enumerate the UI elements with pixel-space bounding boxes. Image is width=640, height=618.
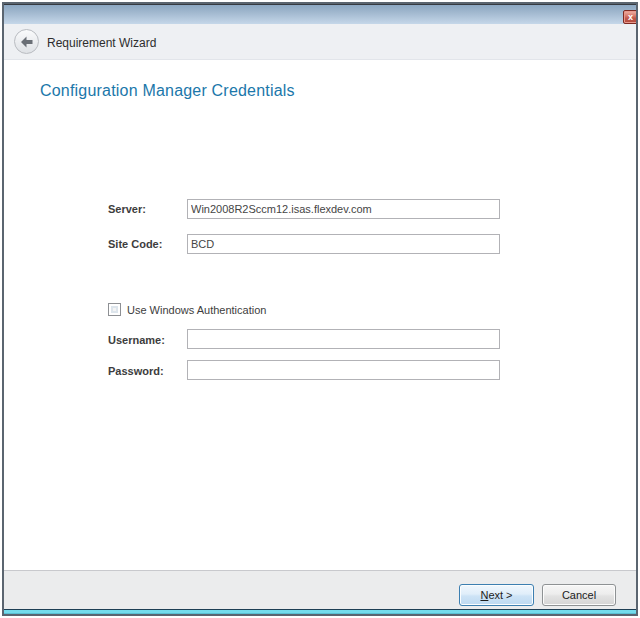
back-button[interactable] [14, 29, 39, 54]
site-code-input[interactable] [187, 234, 500, 254]
next-button[interactable]: Next > [459, 584, 534, 606]
username-input[interactable] [187, 329, 500, 349]
site-code-label: Site Code: [108, 238, 162, 251]
window-bottom-accent [4, 609, 636, 614]
back-arrow-icon [19, 34, 35, 50]
wizard-window: x Requirement Wizard Configuration Manag… [0, 0, 640, 618]
wizard-page [4, 61, 636, 570]
password-input[interactable] [187, 360, 500, 380]
window-frame: x Requirement Wizard Configuration Manag… [2, 2, 638, 616]
windows-auth-label[interactable]: Use Windows Authentication [127, 304, 266, 316]
page-heading: Configuration Manager Credentials [40, 82, 295, 100]
close-button[interactable]: x [623, 10, 638, 24]
wizard-header: Requirement Wizard [4, 24, 636, 60]
server-label: Server: [108, 203, 146, 216]
wizard-title: Requirement Wizard [47, 36, 156, 50]
username-label: Username: [108, 334, 165, 347]
cancel-button[interactable]: Cancel [542, 584, 616, 606]
next-button-label: ext > [488, 589, 512, 601]
password-label: Password: [108, 365, 164, 378]
title-bar[interactable]: x [4, 4, 636, 24]
server-input[interactable] [187, 199, 500, 219]
windows-auth-checkbox[interactable] [108, 303, 121, 316]
